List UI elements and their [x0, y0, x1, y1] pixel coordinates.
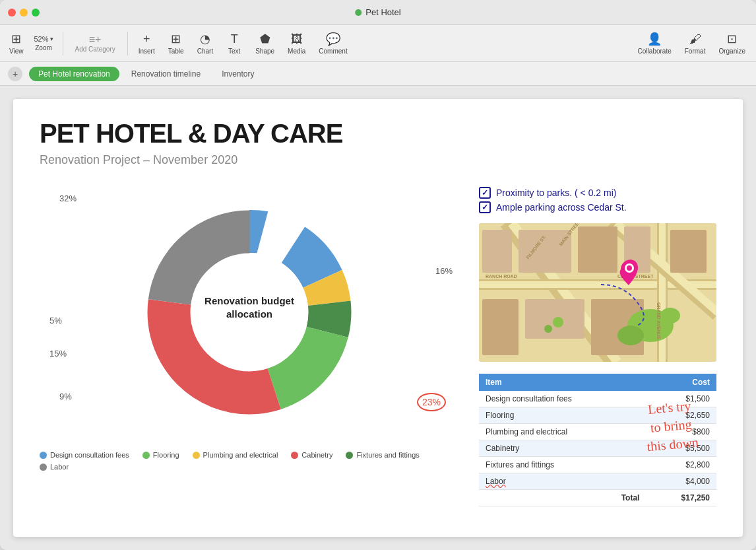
organize-label: Organize [718, 48, 745, 55]
organize-icon: ⊡ [727, 32, 737, 46]
tab-renovation-timeline[interactable]: Renovation timeline [122, 67, 210, 81]
svg-rect-11 [670, 230, 707, 273]
zoom-group: 52%▾ Zoom [30, 32, 57, 54]
table-row-labor: Labor $4,000 [479, 473, 716, 490]
table-header-row: Item Cost [479, 374, 716, 391]
table-cost-5: $2,800 [646, 457, 716, 473]
fullscreen-button[interactable] [32, 9, 40, 17]
table-item-4: Cabinetry [479, 440, 646, 457]
shape-icon: ⬟ [260, 32, 270, 46]
main-content: PET HOTEL & DAY CARE Renovation Project … [0, 86, 756, 550]
legend-label-design: Design consultation fees [50, 451, 129, 459]
text-label: Text [228, 48, 240, 55]
minimize-button[interactable] [20, 9, 28, 17]
organize-button[interactable]: ⊡ Organize [713, 29, 751, 57]
checkbox-1[interactable] [479, 187, 491, 199]
legend-label-cabinetry: Cabinetry [301, 451, 332, 459]
svg-rect-7 [659, 223, 666, 362]
legend-item-design: Design consultation fees [40, 451, 129, 459]
legend-item-plumbing: Plumbing and electrical [193, 451, 278, 459]
document-subtitle: Renovation Project – November 2020 [40, 153, 716, 167]
legend-color-labor [40, 464, 47, 471]
svg-text:GRAND AVENUE: GRAND AVENUE [656, 302, 661, 339]
legend-color-fixtures [346, 452, 353, 459]
format-label: Format [685, 48, 706, 55]
window-title: Pet Hotel [355, 7, 400, 17]
add-category-button[interactable]: ≡+ Add Category [69, 31, 122, 55]
shape-label: Shape [255, 48, 274, 55]
svg-rect-13 [482, 299, 519, 355]
collaborate-button[interactable]: 👤 Collaborate [633, 29, 677, 57]
traffic-lights [8, 9, 40, 17]
svg-text:RANCH ROAD: RANCH ROAD [486, 274, 517, 279]
chart-label-9: 9% [59, 392, 72, 401]
tab-inventory[interactable]: Inventory [212, 67, 263, 81]
app-window: Pet Hotel ⊞ View 52%▾ Zoom ≡+ Add Catego… [0, 0, 756, 550]
zoom-value[interactable]: 52%▾ [34, 35, 53, 43]
close-button[interactable] [8, 9, 16, 17]
table-total-value: $17,250 [646, 490, 716, 506]
chart-legend: Design consultation fees Flooring Plumbi… [40, 451, 459, 471]
map-image: FILMORE ST. MAIN STREET RANCH ROAD CEDAR… [479, 223, 716, 362]
text-button[interactable]: T Text [221, 30, 247, 57]
legend-color-cabinetry [291, 452, 298, 459]
document-title: PET HOTEL & DAY CARE [40, 119, 716, 148]
legend-item-labor: Labor [40, 463, 69, 471]
chart-label-23: 23% [417, 393, 446, 411]
file-icon [355, 9, 362, 16]
svg-rect-12 [482, 230, 512, 273]
comment-button[interactable]: 💬 Comment [313, 29, 352, 57]
checklist-text-1: Proximity to parks. ( < 0.2 mi) [496, 188, 616, 198]
tabs-bar: + Pet Hotel renovation Renovation timeli… [0, 62, 756, 86]
table-item-1: Design consultation fees [479, 391, 646, 407]
map-container: FILMORE ST. MAIN STREET RANCH ROAD CEDAR… [479, 223, 716, 362]
toolbar: ⊞ View 52%▾ Zoom ≡+ Add Category + Inser… [0, 25, 756, 62]
table-header-cost: Cost [646, 374, 716, 391]
checklist: Proximity to parks. ( < 0.2 mi) Ample pa… [479, 187, 716, 213]
toolbar-right: 👤 Collaborate 🖌 Format ⊡ Organize [633, 29, 751, 57]
doc-layout: 32% 16% 5% 15% 9% 23% [40, 187, 716, 506]
tab-pet-hotel-renovation[interactable]: Pet Hotel renovation [29, 67, 119, 81]
view-group: ⊞ View [5, 29, 28, 57]
svg-text:Renovation budget: Renovation budget [205, 295, 294, 306]
text-icon: T [231, 32, 238, 46]
table-row: Fixtures and fittings $2,800 [479, 457, 716, 473]
shape-button[interactable]: ⬟ Shape [250, 29, 280, 57]
table-item-5: Fixtures and fittings [479, 457, 646, 473]
separator [63, 32, 63, 55]
doc-right: Proximity to parks. ( < 0.2 mi) Ample pa… [479, 187, 716, 506]
svg-rect-9 [578, 226, 617, 273]
chart-wrapper: 32% 16% 5% 15% 9% 23% [40, 187, 459, 438]
media-button[interactable]: 🖼 Media [282, 30, 311, 57]
chart-button[interactable]: ◔ Chart [192, 29, 218, 57]
format-button[interactable]: 🖌 Format [679, 30, 711, 57]
table-cost-6: $4,000 [646, 473, 716, 490]
chart-icon: ◔ [200, 32, 210, 46]
legend-label-plumbing: Plumbing and electrical [203, 451, 278, 459]
svg-point-27 [627, 265, 632, 271]
legend-item-cabinetry: Cabinetry [291, 451, 332, 459]
insert-button[interactable]: + Insert [133, 30, 160, 57]
legend-color-design [40, 452, 47, 459]
view-label[interactable]: View [9, 48, 24, 55]
add-tab-button[interactable]: + [8, 67, 22, 81]
legend-label-flooring: Flooring [153, 451, 179, 459]
chart-container: 32% 16% 5% 15% 9% 23% [40, 187, 459, 438]
table-item-3: Plumbing and electrical [479, 424, 646, 440]
table-icon: ⊞ [171, 32, 181, 46]
checklist-item-2: Ample parking across Cedar St. [479, 201, 716, 213]
svg-text:allocation: allocation [226, 308, 272, 320]
checkbox-2[interactable] [479, 201, 491, 213]
table-button[interactable]: ⊞ Table [163, 29, 189, 57]
collaborate-icon: 👤 [647, 32, 662, 46]
table-label: Table [168, 48, 184, 55]
insert-icon: + [143, 32, 150, 46]
table-total-label: Total [479, 490, 646, 506]
legend-color-plumbing [193, 452, 200, 459]
svg-point-18 [660, 308, 680, 324]
chart-label-16: 16% [435, 266, 453, 276]
checklist-item-1: Proximity to parks. ( < 0.2 mi) [479, 187, 716, 199]
comment-label: Comment [319, 48, 347, 55]
zoom-label: Zoom [35, 44, 52, 52]
chart-label-5: 5% [49, 316, 62, 326]
